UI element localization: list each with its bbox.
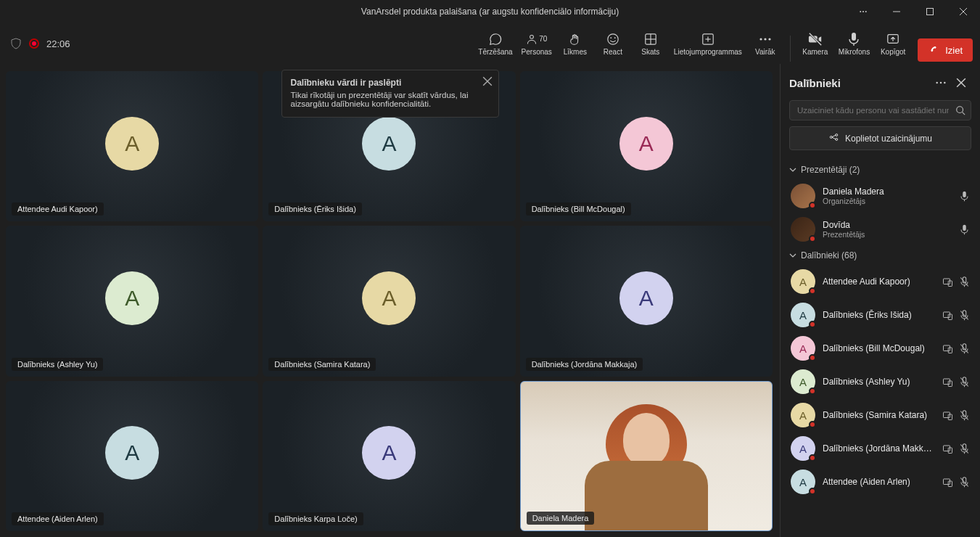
mic-button[interactable]: Mikrofons	[836, 25, 873, 62]
mic-muted-icon[interactable]	[959, 310, 970, 321]
svg-point-0	[860, 11, 861, 12]
presenter-item[interactable]: DovīdaPrezentētājs	[789, 213, 971, 246]
participant-name: Daniela Madera	[823, 186, 952, 197]
avatar	[791, 184, 815, 208]
close-button[interactable]	[947, 0, 980, 23]
attendee-item[interactable]: A Dalībnieks (Ashley Yu)	[789, 365, 971, 398]
svg-point-2	[865, 11, 867, 12]
participant-tile[interactable]: A Dalībnieks (Bill McDougal)	[520, 71, 773, 221]
attendee-item[interactable]: A Dalībnieks (Jordāna Makkaja)	[789, 432, 971, 465]
privacy-shield-icon	[10, 38, 22, 49]
device-icon[interactable]	[942, 443, 953, 454]
participant-tile[interactable]: A Attendee Audi Kapoor)	[6, 71, 258, 221]
mic-muted-icon[interactable]	[959, 343, 970, 354]
attendee-item[interactable]: A Dalībnieks (Samira Katara)	[789, 398, 971, 432]
caret-down-icon	[789, 252, 796, 259]
presenters-header[interactable]: Prezentētāji (2)	[789, 165, 971, 175]
attendees-header[interactable]: Dalībnieki (68)	[789, 250, 971, 261]
maximize-button[interactable]	[913, 0, 947, 23]
mic-muted-icon[interactable]	[959, 276, 970, 287]
invite-search[interactable]	[789, 100, 971, 120]
people-button[interactable]: 70Personas	[519, 25, 555, 62]
presence-badge	[809, 488, 816, 495]
svg-point-33	[836, 134, 838, 136]
svg-point-7	[530, 35, 534, 38]
raise-hand-button[interactable]: Līkmes	[558, 25, 593, 62]
participant-tile[interactable]: A Dalībnieks Karpa Loče)	[263, 381, 515, 531]
attendee-item[interactable]: A Attendee (Aiden Arlen)	[789, 465, 971, 499]
svg-point-27	[940, 82, 942, 83]
share-invite-button[interactable]: Koplietot uzaicinājumu	[789, 126, 971, 150]
participant-video-tile[interactable]: Daniela Madera	[520, 381, 773, 531]
presence-badge	[809, 287, 816, 295]
window-title: VanArsdel produkta palaišana (ar augstu …	[361, 7, 619, 17]
apps-button[interactable]: Lietojumprogrammas	[671, 25, 745, 62]
mic-muted-icon[interactable]	[959, 443, 970, 454]
view-button[interactable]: Skats	[633, 25, 668, 62]
svg-rect-50	[944, 379, 950, 385]
share-button[interactable]: Kopīgot	[876, 25, 910, 62]
panel-more-icon[interactable]	[931, 73, 951, 93]
share-icon	[828, 133, 839, 144]
participant-name-badge: Daniela Madera	[527, 512, 595, 525]
more-icon	[759, 32, 772, 46]
share-screen-icon	[886, 32, 899, 46]
avatar: A	[362, 271, 416, 325]
apps-icon	[701, 32, 715, 46]
device-icon[interactable]	[942, 377, 953, 388]
participant-name-badge: Dalībnieks (Samira Katara)	[268, 358, 376, 371]
device-icon[interactable]	[942, 410, 953, 421]
avatar: A	[105, 426, 159, 480]
svg-point-35	[836, 139, 838, 141]
attendee-item[interactable]: A Attendee Audi Kapoor)	[789, 265, 971, 298]
presence-badge	[809, 235, 816, 242]
attendee-item[interactable]: A Dalībnieks (Ēriks Išida)	[789, 298, 971, 332]
avatar	[791, 217, 815, 242]
more-button[interactable]: Vairāk	[748, 25, 783, 62]
avatar: A	[791, 269, 815, 294]
react-button[interactable]: React	[596, 25, 630, 62]
participant-name: Dalībnieks (Jordāna Makkaja)	[823, 443, 935, 454]
chat-button[interactable]: Tērzēšana	[475, 25, 515, 62]
avatar: A	[791, 369, 815, 394]
device-icon[interactable]	[942, 343, 953, 354]
device-icon[interactable]	[942, 276, 953, 287]
search-input[interactable]	[789, 100, 971, 120]
presence-badge	[809, 321, 816, 328]
avatar: A	[791, 403, 815, 427]
more-options-icon[interactable]	[847, 0, 880, 23]
tooltip-close-icon[interactable]	[482, 76, 493, 86]
participant-tile[interactable]: A Dalībnieks (Samira Katara)	[263, 226, 515, 376]
meeting-toolbar: 22:06 Tērzēšana 70Personas Līkmes React …	[0, 23, 980, 64]
mic-icon	[959, 224, 970, 235]
mic-muted-icon[interactable]	[959, 410, 970, 421]
presenter-item[interactable]: Daniela MaderaOrganizētājs	[789, 179, 971, 213]
camera-off-icon	[808, 32, 823, 46]
svg-rect-4	[927, 9, 934, 15]
mic-muted-icon[interactable]	[959, 477, 970, 488]
svg-point-26	[936, 82, 937, 83]
camera-button[interactable]: Kamera	[798, 25, 833, 62]
emoji-icon	[606, 32, 619, 46]
device-icon[interactable]	[942, 310, 953, 321]
mic-muted-icon[interactable]	[959, 377, 970, 388]
attendee-item[interactable]: A Dalībnieks (Bill McDougal)	[789, 332, 971, 365]
participant-tile[interactable]: A Dalībnieks (Ashley Yu)	[6, 226, 258, 376]
leave-button[interactable]: Iziet	[918, 38, 973, 62]
names-hidden-tooltip: Dalībnieku vārdi ir paslēpti Tikai rīkot…	[281, 70, 499, 118]
leave-label: Iziet	[945, 45, 963, 56]
participant-tile[interactable]: A Attendee (Aiden Arlen)	[6, 381, 258, 531]
participant-name-badge: Dalībnieks Karpa Loče)	[268, 512, 363, 525]
svg-point-10	[614, 37, 616, 38]
avatar: A	[362, 426, 416, 480]
presence-badge	[809, 202, 816, 209]
panel-close-icon[interactable]	[951, 73, 971, 93]
device-icon[interactable]	[942, 477, 953, 488]
svg-rect-37	[963, 224, 966, 230]
participant-name: Dovīda	[823, 220, 952, 230]
participant-tile[interactable]: A Dalībnieks (Jordāna Makkaja)	[520, 226, 773, 376]
participant-name: Attendee (Aiden Arlen)	[823, 477, 935, 487]
minimize-button[interactable]	[880, 0, 913, 23]
search-icon	[955, 105, 965, 115]
mic-icon	[847, 32, 860, 46]
